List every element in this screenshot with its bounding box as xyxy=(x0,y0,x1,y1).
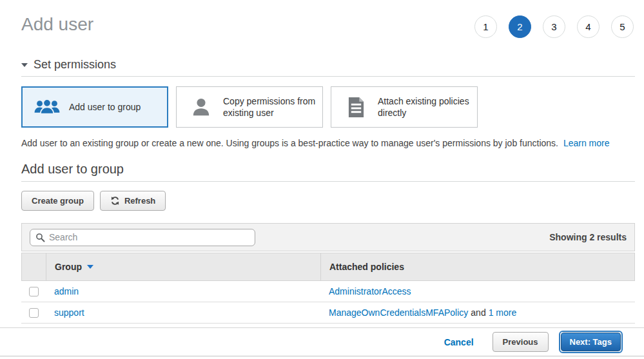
option-add-user-to-group[interactable]: Add user to group xyxy=(21,86,168,128)
group-link[interactable]: admin xyxy=(54,286,79,296)
step-4[interactable]: 4 xyxy=(577,15,600,38)
step-5[interactable]: 5 xyxy=(611,15,634,38)
refresh-button[interactable]: Refresh xyxy=(100,191,166,211)
wizard-footer: Cancel Previous Next: Tags xyxy=(0,327,644,356)
section-divider xyxy=(21,76,635,77)
row-checkbox[interactable] xyxy=(29,308,39,318)
step-2-current[interactable]: 2 xyxy=(509,15,531,38)
option-copy-permissions[interactable]: Copy permissions from existing user xyxy=(176,86,323,128)
next-button-focus-ring: Next: Tags xyxy=(559,331,623,353)
option-label: Attach existing policies directly xyxy=(378,95,471,119)
table-row-admin: admin AdministratorAccess xyxy=(21,281,635,302)
conjunction-text: and xyxy=(471,307,485,318)
step-1[interactable]: 1 xyxy=(474,15,497,38)
add-user-wizard: Add user 1 2 3 4 5 Set permissions xyxy=(0,0,644,359)
option-label: Copy permissions from existing user xyxy=(223,95,316,119)
table-row-support: support ManageOwnCredentialsMFAPolicy an… xyxy=(21,302,635,324)
subsection-divider xyxy=(21,181,635,182)
policy-link[interactable]: AdministratorAccess xyxy=(329,286,411,296)
collapse-caret-icon xyxy=(21,63,28,67)
policies-column-label: Attached policies xyxy=(329,262,404,272)
groups-table: Showing 2 results Group Attached policie… xyxy=(21,223,635,324)
set-permissions-section-header[interactable]: Set permissions xyxy=(21,58,635,72)
cancel-link[interactable]: Cancel xyxy=(444,337,474,347)
search-box[interactable] xyxy=(30,229,255,246)
table-header-row: Group Attached policies xyxy=(21,253,635,281)
table-toolbar: Showing 2 results xyxy=(21,223,635,251)
step-indicator: 1 2 3 4 5 xyxy=(474,15,634,38)
step-3[interactable]: 3 xyxy=(543,15,565,38)
learn-more-link[interactable]: Learn more xyxy=(563,138,610,148)
sort-descending-icon[interactable] xyxy=(87,265,93,269)
add-user-to-group-title: Add user to group xyxy=(21,162,635,177)
refresh-label: Refresh xyxy=(124,196,155,206)
column-header-group[interactable]: Group xyxy=(46,253,321,280)
more-policies-link[interactable]: 1 more xyxy=(489,307,517,318)
set-permissions-title: Set permissions xyxy=(34,58,116,72)
policy-link[interactable]: ManageOwnCredentialsMFAPolicy xyxy=(329,307,468,318)
search-input[interactable] xyxy=(49,232,249,242)
group-description: Add user to an existing group or create … xyxy=(21,138,635,148)
group-column-label: Group xyxy=(55,262,82,272)
search-icon xyxy=(35,233,45,242)
users-group-icon xyxy=(32,97,63,117)
option-label: Add user to group xyxy=(69,101,141,113)
results-summary: Showing 2 results xyxy=(549,232,627,242)
next-tags-button[interactable]: Next: Tags xyxy=(561,333,621,351)
header-checkbox-cell xyxy=(22,253,46,280)
permission-options: Add user to group Copy permissions from … xyxy=(21,86,635,128)
single-user-icon xyxy=(186,97,217,117)
column-header-attached-policies: Attached policies xyxy=(321,253,634,280)
option-attach-policies[interactable]: Attach existing policies directly xyxy=(331,86,478,128)
description-text: Add user to an existing group or create … xyxy=(21,138,558,148)
document-icon xyxy=(340,97,371,118)
refresh-icon xyxy=(110,196,120,206)
previous-button[interactable]: Previous xyxy=(493,332,549,352)
group-link[interactable]: support xyxy=(54,307,84,318)
row-checkbox[interactable] xyxy=(29,287,39,296)
group-actions: Create group Refresh xyxy=(21,191,644,211)
create-group-button[interactable]: Create group xyxy=(21,191,94,211)
